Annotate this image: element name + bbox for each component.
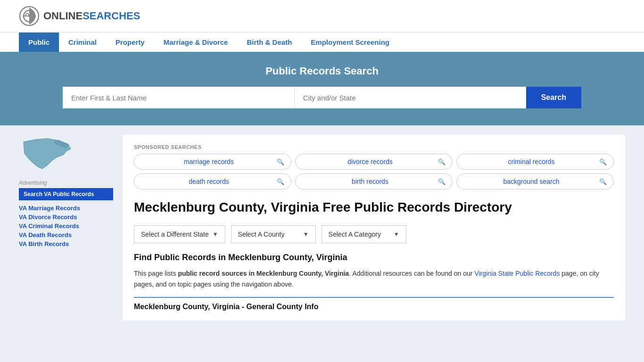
sponsored-pill-background[interactable]: background search 🔍 [456, 173, 614, 189]
county-info-title: Mecklenburg County, Virginia - General C… [134, 297, 614, 311]
hero-section: Public Records Search Search [0, 52, 644, 125]
sponsored-pill-birth[interactable]: birth records 🔍 [295, 173, 453, 189]
sidebar-link-death[interactable]: VA Death Records [19, 231, 72, 239]
state-dropdown[interactable]: Select a Different State ▼ [134, 225, 225, 243]
nav-public[interactable]: Public [19, 33, 59, 52]
logo-icon [19, 6, 40, 26]
name-input[interactable] [63, 87, 295, 108]
nav-marriage-divorce[interactable]: Marriage & Divorce [154, 33, 238, 52]
sidebar-ad-button[interactable]: Search VA Public Records [19, 188, 113, 200]
main-nav: Public Criminal Property Marriage & Divo… [0, 32, 644, 52]
chevron-down-icon-3: ▼ [394, 231, 399, 238]
sidebar: Advertising Search VA Public Records VA … [19, 135, 113, 321]
hero-title: Public Records Search [19, 65, 625, 77]
logo[interactable]: ONLINESEARCHES [19, 6, 140, 26]
main-content: SPONSORED SEARCHES marriage records 🔍 di… [123, 135, 625, 321]
search-button[interactable]: Search [526, 87, 581, 108]
find-records-title: Find Public Records in Mecklenburg Count… [134, 253, 614, 263]
chevron-down-icon: ▼ [213, 231, 218, 238]
site-header: ONLINESEARCHES [0, 0, 644, 32]
sidebar-link-birth[interactable]: VA Birth Records [19, 240, 69, 247]
sidebar-links: VA Marriage Records VA Divorce Records V… [19, 204, 113, 247]
advertising-label: Advertising [19, 180, 113, 186]
find-section: Find Public Records in Mecklenburg Count… [134, 253, 614, 311]
search-bar: Search [63, 87, 581, 108]
sidebar-link-marriage[interactable]: VA Marriage Records [19, 205, 80, 212]
sidebar-link-divorce[interactable]: VA Divorce Records [19, 214, 77, 221]
nav-property[interactable]: Property [106, 33, 154, 52]
sponsored-pill-marriage[interactable]: marriage records 🔍 [134, 154, 291, 170]
search-icon-5: 🔍 [599, 178, 607, 185]
search-icon-1: 🔍 [438, 158, 446, 165]
search-icon-3: 🔍 [277, 178, 284, 185]
county-dropdown[interactable]: Select A County ▼ [231, 225, 316, 243]
main-wrapper: Advertising Search VA Public Records VA … [0, 125, 644, 330]
nav-employment[interactable]: Employment Screening [301, 33, 399, 52]
logo-text: ONLINESEARCHES [43, 10, 140, 22]
nav-birth-death[interactable]: Birth & Death [237, 33, 301, 52]
page-title-section: Mecklenburg County, Virginia Free Public… [134, 199, 614, 216]
search-icon-4: 🔍 [438, 178, 446, 185]
state-records-link[interactable]: Virginia State Public Records [474, 270, 560, 277]
chevron-down-icon-2: ▼ [303, 231, 309, 238]
sidebar-link-criminal[interactable]: VA Criminal Records [19, 222, 79, 230]
sponsored-pill-death[interactable]: death records 🔍 [134, 173, 291, 189]
location-input[interactable] [295, 87, 526, 108]
search-icon-2: 🔍 [599, 158, 607, 165]
sponsored-pill-criminal[interactable]: criminal records 🔍 [456, 154, 614, 170]
sponsored-pill-divorce[interactable]: divorce records 🔍 [295, 154, 453, 170]
category-dropdown[interactable]: Select A Category ▼ [322, 225, 406, 243]
virginia-map [19, 135, 75, 173]
page-title: Mecklenburg County, Virginia Free Public… [134, 199, 614, 216]
nav-criminal[interactable]: Criminal [59, 33, 106, 52]
sponsored-label: SPONSORED SEARCHES [134, 144, 614, 150]
find-records-description: This page lists public record sources in… [134, 268, 614, 289]
sponsored-grid: marriage records 🔍 divorce records 🔍 cri… [134, 154, 614, 189]
dropdowns: Select a Different State ▼ Select A Coun… [134, 225, 614, 243]
search-icon-0: 🔍 [277, 158, 284, 165]
